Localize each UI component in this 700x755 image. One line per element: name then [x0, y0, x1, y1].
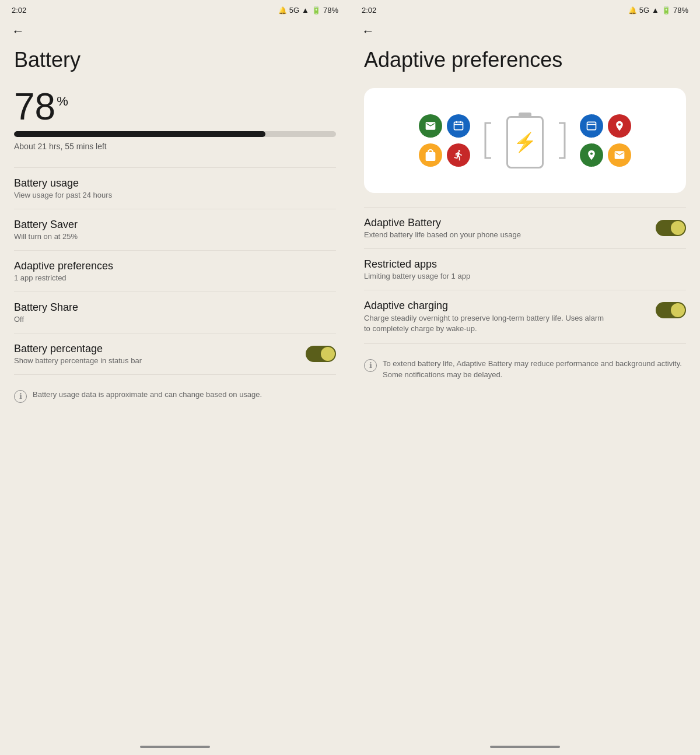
app-icons-left [419, 114, 470, 167]
notification-icon-right: 🔔 [628, 6, 637, 15]
battery-progress-fill [14, 131, 265, 137]
app-icon-green-left [419, 114, 442, 138]
svg-rect-0 [454, 122, 463, 129]
toggle-knob [321, 347, 335, 361]
status-icons-right: 🔔 5G ▲ 🔋 78% [628, 6, 688, 15]
info-section-right: ℹ To extend battery life, Adaptive Batte… [364, 353, 686, 381]
status-icons-left: 🔔 5G ▲ 🔋 78% [278, 6, 338, 15]
battery-percentage-text: Battery percentage Show battery percenta… [14, 343, 296, 365]
battery-icon-right: 🔋 [662, 6, 671, 15]
menu-item-battery-usage[interactable]: Battery usage View usage for past 24 hou… [14, 168, 336, 209]
info-icon-left: ℹ [14, 390, 27, 403]
menu-item-adaptive-prefs-title: Adaptive preferences [14, 260, 336, 272]
menu-item-adaptive-prefs[interactable]: Adaptive preferences 1 app restricted [14, 251, 336, 292]
menu-item-adaptive-prefs-subtitle: 1 app restricted [14, 273, 336, 282]
app-icon-yellow-right [608, 143, 631, 167]
adaptive-charging-row[interactable]: Adaptive charging Charge steadily overni… [364, 290, 686, 343]
menu-item-battery-share-title: Battery Share [14, 301, 336, 314]
battery-center: ⚡ [506, 113, 544, 168]
adaptive-charging-subtitle: Charge steadily overnight to preserve lo… [364, 313, 609, 334]
icon-row-left-bottom [419, 143, 470, 167]
battery-percent-status-left: 78% [323, 6, 338, 15]
menu-item-battery-saver[interactable]: Battery Saver Will turn on at 25% [14, 209, 336, 250]
battery-number: 78 [14, 88, 55, 125]
adaptive-battery-toggle[interactable] [656, 220, 686, 236]
battery-symbol: % [57, 94, 68, 109]
battery-diagram: ⚡ [376, 113, 674, 168]
status-bar-left: 2:02 🔔 5G ▲ 🔋 78% [0, 0, 350, 18]
app-icons-right [580, 114, 631, 167]
bottom-bar-right [490, 746, 560, 748]
restricted-apps-subtitle: Limiting battery usage for 1 app [364, 272, 686, 280]
battery-percentage-subtitle: Show battery percentage in status bar [14, 356, 296, 365]
network-type-left: 5G [289, 6, 299, 15]
separator-r4 [364, 343, 686, 344]
app-icon-red-right [608, 114, 631, 138]
adaptive-charging-text: Adaptive charging Charge steadily overni… [364, 300, 646, 334]
notification-icon: 🔔 [278, 6, 287, 15]
status-bar-right: 2:02 🔔 5G ▲ 🔋 78% [350, 0, 700, 18]
app-icon-red-left [447, 143, 470, 167]
menu-item-battery-share-subtitle: Off [14, 315, 336, 324]
battery-icon-left: 🔋 [312, 6, 321, 15]
adaptive-battery-title: Adaptive Battery [364, 217, 646, 229]
battery-percentage-toggle[interactable] [306, 346, 336, 362]
svg-rect-2 [460, 121, 461, 122]
battery-time-left: About 21 hrs, 55 mins left [14, 142, 336, 151]
info-icon-right: ℹ [364, 359, 377, 372]
separator-6 [14, 374, 336, 375]
app-icon-yellow-left [419, 143, 442, 167]
menu-item-battery-saver-subtitle: Will turn on at 25% [14, 232, 336, 241]
battery-body: ⚡ [506, 116, 544, 168]
back-button-right[interactable]: ← [350, 18, 700, 43]
info-text-right: To extend battery life, Adaptive Battery… [383, 358, 686, 381]
right-screen: 2:02 🔔 5G ▲ 🔋 78% ← Adaptive preferences [350, 0, 700, 755]
right-content: Adaptive preferences [350, 43, 700, 395]
restricted-apps-title: Restricted apps [364, 258, 686, 271]
adaptive-charging-title: Adaptive charging [364, 300, 646, 312]
menu-item-battery-share[interactable]: Battery Share Off [14, 292, 336, 333]
time-right: 2:02 [362, 6, 376, 15]
adaptive-charging-toggle-knob [671, 303, 685, 317]
battery-percentage-row[interactable]: Battery percentage Show battery percenta… [14, 333, 336, 374]
battery-percent-status-right: 78% [673, 6, 688, 15]
adaptive-charging-toggle[interactable] [656, 302, 686, 318]
left-screen: 2:02 🔔 5G ▲ 🔋 78% ← Battery 78 % About 2… [0, 0, 350, 755]
adaptive-battery-subtitle: Extend battery life based on your phone … [364, 230, 646, 239]
icon-row-left-top [419, 114, 470, 138]
adaptive-battery-toggle-knob [671, 221, 685, 235]
left-content: Battery 78 % About 21 hrs, 55 mins left … [0, 43, 350, 417]
info-section-left: ℹ Battery usage data is approximate and … [14, 384, 336, 403]
adaptive-battery-row[interactable]: Adaptive Battery Extend battery life bas… [364, 208, 686, 248]
battery-percentage-title: Battery percentage [14, 343, 296, 355]
adaptive-battery-text: Adaptive Battery Extend battery life bas… [364, 217, 646, 239]
battery-progress-bar [14, 131, 336, 137]
restricted-apps-item[interactable]: Restricted apps Limiting battery usage f… [364, 249, 686, 290]
page-title-left: Battery [14, 48, 336, 72]
signal-icon-left: ▲ [302, 6, 309, 15]
app-icon-green-right [580, 143, 603, 167]
connector-right [553, 117, 570, 164]
app-icon-blue-left [447, 114, 470, 138]
menu-item-battery-usage-subtitle: View usage for past 24 hours [14, 191, 336, 199]
menu-item-battery-saver-title: Battery Saver [14, 219, 336, 231]
svg-rect-1 [456, 121, 457, 122]
battery-percent-display: 78 % [14, 88, 336, 125]
icon-row-right-top [580, 114, 631, 138]
connector-left [480, 117, 497, 164]
adaptive-illustration-card: ⚡ [364, 88, 686, 193]
bottom-bar-left [140, 746, 210, 748]
page-title-right: Adaptive preferences [364, 48, 686, 72]
app-icon-blue-right [580, 114, 603, 138]
icon-row-right-bottom [580, 143, 631, 167]
signal-icon-right: ▲ [652, 6, 659, 15]
back-button-left[interactable]: ← [0, 18, 350, 43]
info-text-left: Battery usage data is approximate and ca… [33, 389, 262, 401]
network-type-right: 5G [639, 6, 649, 15]
time-left: 2:02 [12, 6, 26, 15]
menu-item-battery-usage-title: Battery usage [14, 177, 336, 189]
svg-rect-3 [587, 122, 596, 129]
battery-bolt-icon: ⚡ [513, 131, 537, 153]
